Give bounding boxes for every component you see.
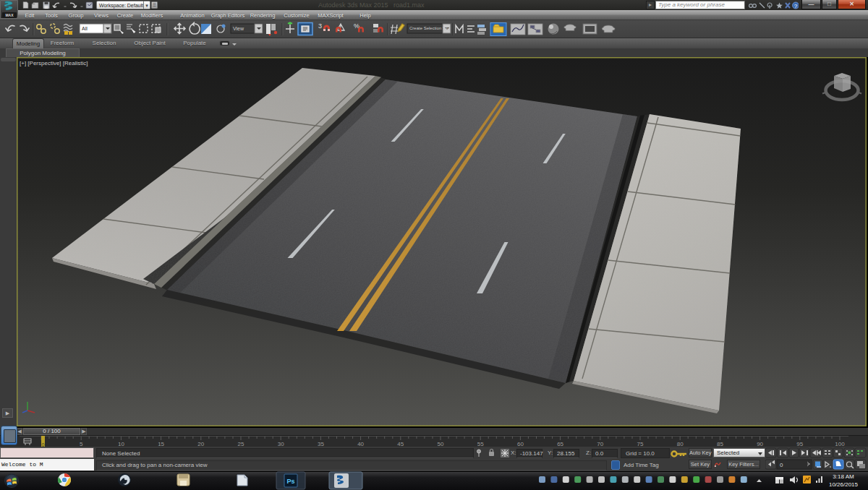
svg-text:All: All [82, 26, 88, 31]
svg-text:0: 0 [780, 462, 783, 468]
svg-text:?: ? [794, 3, 798, 9]
svg-text:Create Selection Se: Create Selection Se [409, 26, 448, 30]
svg-text:Ps: Ps [286, 478, 294, 485]
svg-text:View: View [233, 26, 244, 31]
svg-text:3: 3 [318, 22, 322, 30]
